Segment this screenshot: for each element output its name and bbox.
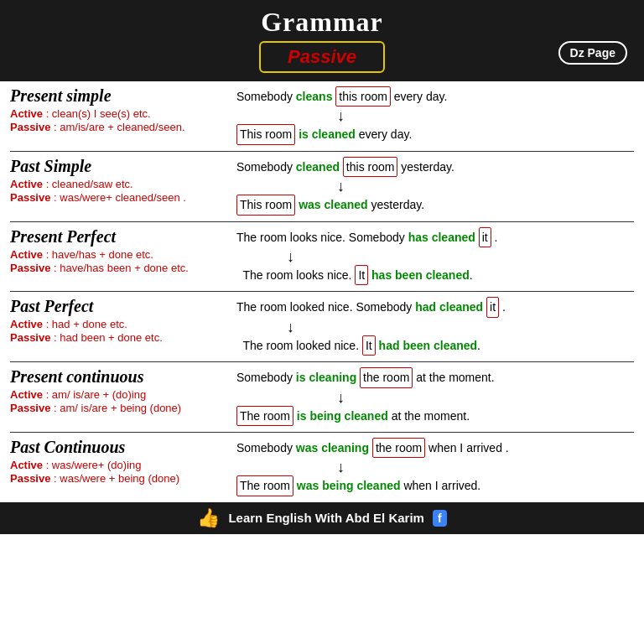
section-present-simple: Present simple Active : clean(s) I see(s…	[10, 81, 634, 152]
ex-active-present-continuous: Somebody is cleaning the room at the mom…	[236, 367, 634, 387]
ex-passive-present-perfect: The room looks nice. It has been cleaned…	[236, 265, 634, 285]
arrow2: ↓	[236, 179, 634, 194]
section-past-perfect: Past Perfect Active : had + done etc. Pa…	[10, 292, 634, 362]
title-present-simple: Present simple	[10, 86, 236, 106]
left-present-perfect: Present Perfect Active : have/has + done…	[10, 227, 236, 274]
active-present-continuous: Active : am/ is/are + (do)ing	[10, 388, 236, 401]
passive-past-simple: Passive : was/were+ cleaned/seen .	[10, 191, 236, 204]
subheader: Passive Dz Page	[0, 41, 644, 81]
active-past-perfect: Active : had + done etc.	[10, 318, 236, 330]
passive-present-simple: Passive : am/is/are + cleaned/seen.	[10, 121, 236, 133]
ex-active-present-simple: Somebody cleans this room every day.	[236, 86, 634, 106]
page-title: Grammar	[0, 7, 644, 38]
left-past-perfect: Past Perfect Active : had + done etc. Pa…	[10, 297, 236, 344]
thumb-icon: 👍	[197, 507, 220, 529]
left-past-continuous: Past Continuous Active : was/were+ (do)i…	[10, 438, 236, 485]
right-present-continuous: Somebody is cleaning the room at the mom…	[236, 367, 634, 428]
arrow1: ↓	[236, 108, 634, 123]
right-past-continuous: Somebody was cleaning the room when I ar…	[236, 438, 634, 498]
passive-present-perfect: Passive : have/has been + done etc.	[10, 262, 236, 274]
left-present-simple: Present simple Active : clean(s) I see(s…	[10, 86, 236, 133]
right-present-simple: Somebody cleans this room every day. ↓ T…	[236, 86, 634, 147]
right-past-perfect: The room looked nice. Somebody had clean…	[236, 297, 634, 357]
section-present-perfect: Present Perfect Active : have/has + done…	[10, 222, 634, 293]
content: Present simple Active : clean(s) I see(s…	[0, 81, 644, 502]
title-present-perfect: Present Perfect	[10, 227, 236, 247]
right-present-perfect: The room looks nice. Somebody has cleane…	[236, 227, 634, 288]
section-past-simple: Past Simple Active : cleaned/saw etc. Pa…	[10, 152, 634, 222]
ex-passive-present-continuous: The room is being cleaned at the moment.	[236, 406, 634, 426]
right-past-simple: Somebody cleaned this room yesterday. ↓ …	[236, 157, 634, 217]
dz-badge: Dz Page	[558, 41, 627, 65]
ex-active-past-perfect: The room looked nice. Somebody had clean…	[236, 297, 634, 317]
active-past-continuous: Active : was/were+ (do)ing	[10, 459, 236, 471]
ex-active-past-simple: Somebody cleaned this room yesterday.	[236, 157, 634, 177]
active-past-simple: Active : cleaned/saw etc.	[10, 178, 236, 190]
title-past-continuous: Past Continuous	[10, 438, 236, 457]
footer: 👍 Learn English With Abd El Karim f	[0, 502, 644, 534]
ex-passive-past-simple: This room was cleaned yesterday.	[236, 195, 634, 215]
left-present-continuous: Present continuous Active : am/ is/are +…	[10, 367, 236, 414]
arrow5: ↓	[236, 390, 634, 405]
active-present-simple: Active : clean(s) I see(s) etc.	[10, 107, 236, 120]
active-present-perfect: Active : have/has + done etc.	[10, 248, 236, 261]
arrow6: ↓	[236, 460, 634, 475]
passive-past-perfect: Passive : had been + done etc.	[10, 331, 236, 344]
footer-text: Learn English With Abd El Karim	[228, 511, 424, 525]
title-past-perfect: Past Perfect	[10, 297, 236, 316]
passive-past-continuous: Passive : was/were + being (done)	[10, 472, 236, 485]
section-present-continuous: Present continuous Active : am/ is/are +…	[10, 362, 634, 433]
passive-present-continuous: Passive : am/ is/are + being (done)	[10, 402, 236, 414]
header: Grammar	[0, 0, 644, 41]
ex-passive-past-perfect: The room looked nice. It had been cleane…	[236, 335, 634, 356]
title-present-continuous: Present continuous	[10, 367, 236, 387]
arrow3: ↓	[236, 249, 634, 264]
title-past-simple: Past Simple	[10, 157, 236, 176]
ex-active-past-continuous: Somebody was cleaning the room when I ar…	[236, 438, 634, 458]
arrow4: ↓	[236, 319, 634, 335]
ex-active-present-perfect: The room looks nice. Somebody has cleane…	[236, 227, 634, 247]
section-past-continuous: Past Continuous Active : was/were+ (do)i…	[10, 433, 634, 502]
ex-passive-past-continuous: The room was being cleaned when I arrive…	[236, 475, 634, 496]
passive-badge: Passive	[259, 41, 385, 73]
ex-passive-present-simple: This room is cleaned every day.	[236, 124, 634, 144]
facebook-icon: f	[433, 510, 447, 527]
left-past-simple: Past Simple Active : cleaned/saw etc. Pa…	[10, 157, 236, 204]
